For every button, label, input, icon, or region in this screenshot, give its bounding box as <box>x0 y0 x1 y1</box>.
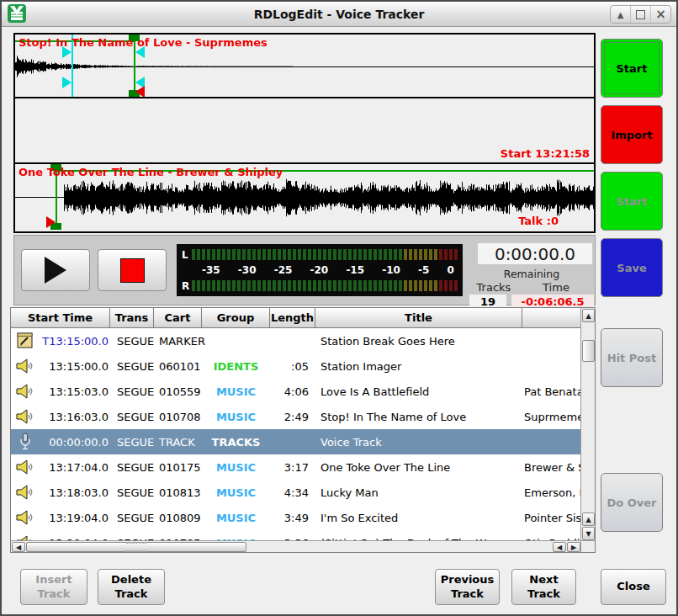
waveform-stack: Stop! In The Name of Love - Suprmemes St… <box>13 33 596 233</box>
scroll-up-button[interactable]: ▲ <box>582 309 595 322</box>
up-arrow-icon: ▲ <box>585 516 591 523</box>
remaining-time-label: Time <box>518 281 594 294</box>
header-length[interactable]: Length <box>270 308 315 328</box>
voice-slot-start-time: Start 13:21:58 <box>501 147 590 160</box>
voice-tracker-window: RDLogEdit - Voice Tracker ▲ × Stop! In T… <box>0 0 678 616</box>
maximize-icon <box>636 10 645 19</box>
table-row[interactable]: 13:16:03.0 SEGUE 010708 MUSIC 2:49 Stop!… <box>11 404 581 429</box>
do-over-button[interactable]: Do Over <box>601 473 663 532</box>
header-cart[interactable]: Cart <box>154 308 202 328</box>
close-icon: × <box>655 10 666 19</box>
log-event-table: Start Time Trans Cart Group Length Title… <box>10 307 596 553</box>
meter-left-label: L <box>182 249 192 261</box>
titlebar[interactable]: RDLogEdit - Voice Tracker ▲ × <box>2 2 676 27</box>
table-row[interactable]: 13:17:04.0 SEGUE 010175 MUSIC 3:17 One T… <box>11 454 581 480</box>
waveform-panel-track-before[interactable]: Stop! In The Name of Love - Suprmemes <box>15 35 594 97</box>
header-title[interactable]: Title <box>315 308 522 328</box>
left-arrow-icon: ◀ <box>557 544 562 551</box>
waveform-panel-track-after[interactable]: One Toke Over The Line - Brewer & Shiple… <box>15 164 594 230</box>
start-track1-button[interactable]: Start <box>601 39 663 98</box>
vertical-scroll-thumb[interactable] <box>582 340 595 362</box>
insert-track-button[interactable]: Insert Track <box>20 569 87 605</box>
remaining-time-value: -0:06:06.5 <box>511 295 594 308</box>
horizontal-scroll-thumb[interactable] <box>26 542 246 552</box>
header-trans[interactable]: Trans <box>110 308 154 328</box>
scroll-left-button-right[interactable]: ◀ <box>553 542 566 552</box>
table-row[interactable]: T13:15:00.0 SEGUE MARKER Station Break G… <box>11 328 581 353</box>
delete-track-button[interactable]: Delete Track <box>98 569 165 605</box>
meter-bar-left <box>192 249 458 260</box>
right-arrow-icon: ▶ <box>571 544 576 551</box>
header-start-time[interactable]: Start Time <box>11 308 110 328</box>
audio-meter: L -35 -30 -25 -20 -15 -10 -5 0 R <box>177 244 463 296</box>
up-arrow-icon: ▲ <box>585 312 591 320</box>
maximize-window-button[interactable] <box>630 6 650 23</box>
speaker-icon <box>11 510 40 525</box>
track-before-title: Stop! In The Name of Love - Suprmemes <box>19 36 267 49</box>
play-button[interactable] <box>21 249 90 291</box>
table-row[interactable]: 13:19:04.0 SEGUE 010809 MUSIC 3:49 I'm S… <box>11 505 581 530</box>
table-row[interactable]: 13:15:00.0 SEGUE 060101 IDENTS :05 Stati… <box>11 353 581 379</box>
save-button[interactable]: Save <box>601 238 663 297</box>
import-button[interactable]: Import <box>601 105 663 164</box>
start-track2-button[interactable]: Start <box>601 172 663 231</box>
waveform-panel-voice-slot[interactable]: Start 13:21:58 <box>15 98 594 162</box>
left-arrow-icon: ◀ <box>16 544 21 551</box>
track-after-title: One Toke Over The Line - Brewer & Shiple… <box>19 166 283 178</box>
table-row[interactable]: 13:15:03.0 SEGUE 010559 MUSIC 4:06 Love … <box>11 379 581 404</box>
speaker-icon <box>11 358 40 374</box>
remaining-tracks-value: 19 <box>469 295 506 308</box>
vertical-scrollbar[interactable]: ▲ ▲ ▼ <box>580 308 596 540</box>
thumb-grip <box>126 542 146 552</box>
close-button[interactable]: Close <box>601 569 666 605</box>
header-group[interactable]: Group <box>202 308 270 328</box>
scrollbar-corner <box>580 540 596 553</box>
fade-marker-icon[interactable] <box>135 86 145 97</box>
table-header: Start Time Trans Cart Group Length Title <box>11 308 581 328</box>
elapsed-time-display: 0:00:00.0 <box>478 243 592 264</box>
talk-marker-icon[interactable] <box>46 216 56 228</box>
scroll-up-button-bottom[interactable]: ▲ <box>582 512 595 526</box>
scroll-left-button[interactable]: ◀ <box>12 542 25 552</box>
shade-window-button[interactable]: ▲ <box>611 6 630 23</box>
next-track-button[interactable]: Next Track <box>511 569 576 605</box>
meter-bar-right <box>192 280 458 291</box>
scroll-right-button[interactable]: ▶ <box>567 542 580 552</box>
speaker-icon <box>11 459 40 475</box>
table-row-selected-voice-track[interactable]: 00:00:00.0 SEGUE TRACK TRACKS Voice Trac… <box>11 429 581 454</box>
meter-right-label: R <box>182 280 192 292</box>
remaining-block: Remaining Tracks Time 19 -0:06:06.5 <box>469 268 594 308</box>
up-arrow-icon: ▲ <box>617 10 624 19</box>
scroll-down-button[interactable]: ▼ <box>582 527 595 540</box>
horizontal-scrollbar[interactable]: ◀ ◀ ▶ <box>11 540 580 553</box>
stop-icon <box>120 258 145 283</box>
speaker-icon <box>11 485 40 500</box>
table-rows: T13:15:00.0 SEGUE MARKER Station Break G… <box>11 328 581 553</box>
close-window-button[interactable]: × <box>650 6 670 23</box>
talk-time-label: Talk :0 <box>518 215 559 227</box>
remaining-tracks-label: Tracks <box>469 281 518 294</box>
header-artist[interactable] <box>522 308 581 328</box>
down-arrow-icon: ▼ <box>585 530 591 538</box>
play-icon <box>45 257 66 284</box>
meter-scale: -35 -30 -25 -20 -15 -10 -5 0 <box>182 263 458 277</box>
cue-marker-right-icon[interactable] <box>62 77 72 88</box>
table-row[interactable]: 13:18:03.0 SEGUE 010813 MUSIC 4:34 Lucky… <box>11 480 581 505</box>
window-controls: ▲ × <box>610 5 671 24</box>
speaker-icon <box>11 384 40 399</box>
transport-bar: L -35 -30 -25 -20 -15 -10 -5 0 R 0:00:00… <box>13 235 596 305</box>
microphone-icon <box>11 433 40 451</box>
note-icon <box>11 332 40 349</box>
previous-track-button[interactable]: Previous Track <box>435 569 500 605</box>
window-title: RDLogEdit - Voice Tracker <box>2 8 676 21</box>
hit-post-button[interactable]: Hit Post <box>601 328 663 387</box>
stop-button[interactable] <box>98 249 167 291</box>
speaker-icon <box>11 409 40 424</box>
remaining-label: Remaining <box>469 268 594 280</box>
